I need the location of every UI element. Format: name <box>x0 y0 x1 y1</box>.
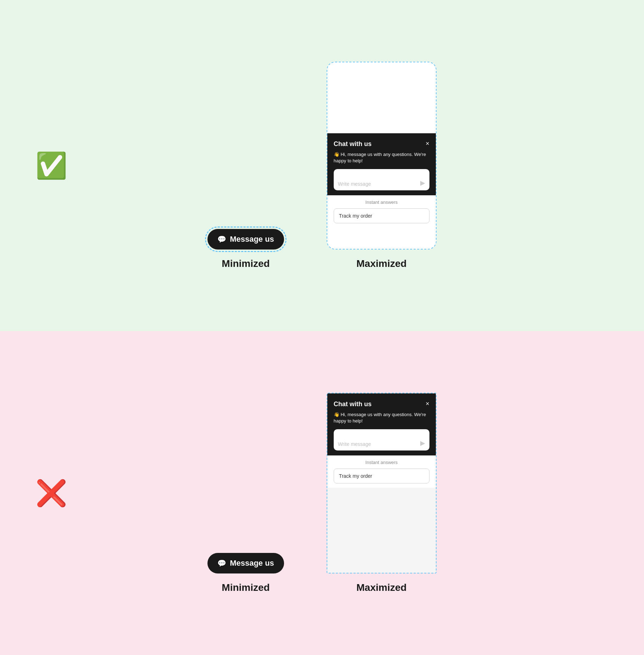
good-message-placeholder: Write message <box>338 181 420 187</box>
good-chat-widget: Chat with us × 👋 Hi, message us with any… <box>327 133 436 195</box>
good-minimized-button[interactable]: 💬 Message us <box>207 229 284 250</box>
bad-minimized-label: Minimized <box>222 582 270 593</box>
good-maximized-label: Maximized <box>356 258 407 269</box>
bad-phone-bottom <box>327 488 436 573</box>
good-minimized-variant: 💬 Message us Minimized <box>207 229 284 269</box>
good-send-button[interactable]: ▶ <box>420 179 425 187</box>
chat-icon: 💬 <box>217 235 226 243</box>
good-chat-title: Chat with us <box>334 140 372 148</box>
bad-send-button[interactable]: ▶ <box>420 439 425 447</box>
bad-chat-header: Chat with us × <box>334 401 429 408</box>
good-section: ✅ 💬 Message us Minimized Chat with us × <box>0 0 644 331</box>
bad-section: ❌ 💬 Message us Minimized Chat with us × … <box>0 331 644 655</box>
bad-chat-subtitle: 👋 Hi, message us with any questions. We'… <box>334 412 429 424</box>
bad-chat-title: Chat with us <box>334 401 372 408</box>
bad-maximized-label: Maximized <box>356 582 407 593</box>
good-track-order-button[interactable]: Track my order <box>334 208 429 223</box>
bad-chat-widget: Chat with us × 👋 Hi, message us with any… <box>327 393 436 455</box>
bad-message-placeholder: Write message <box>338 441 420 447</box>
good-chat-header: Chat with us × <box>334 140 429 148</box>
good-instant-answers-label: Instant answers <box>334 200 429 205</box>
bad-minimized-button[interactable]: 💬 Message us <box>207 553 284 573</box>
bad-message-input-area: Write message ▶ <box>334 429 429 450</box>
bad-chat-icon: 💬 <box>217 559 226 567</box>
good-maximized-variant: Chat with us × 👋 Hi, message us with any… <box>327 62 437 269</box>
bad-phone-frame: Chat with us × 👋 Hi, message us with any… <box>327 393 437 573</box>
good-chat-subtitle: 👋 Hi, message us with any questions. We'… <box>334 151 429 164</box>
good-section-content: 💬 Message us Minimized Chat with us × 👋 … <box>207 62 437 269</box>
bad-status-icon: ❌ <box>35 480 67 506</box>
bad-chat-body: Instant answers Track my order <box>327 455 436 488</box>
bad-section-content: 💬 Message us Minimized Chat with us × 👋 … <box>207 393 437 593</box>
bad-track-order-button[interactable]: Track my order <box>334 469 429 483</box>
good-minimized-label: Minimized <box>222 258 270 269</box>
good-status-icon: ✅ <box>35 153 67 178</box>
bad-maximized-variant: Chat with us × 👋 Hi, message us with any… <box>327 393 437 593</box>
bad-minimized-button-label: Message us <box>230 559 274 568</box>
bad-minimized-variant: 💬 Message us Minimized <box>207 553 284 593</box>
good-minimized-button-label: Message us <box>230 235 274 244</box>
bad-instant-answers-label: Instant answers <box>334 460 429 465</box>
good-phone-top <box>327 62 436 133</box>
good-chat-close-button[interactable]: × <box>426 140 429 147</box>
good-chat-body: Instant answers Track my order <box>327 195 436 228</box>
good-message-input-area: Write message ▶ <box>334 169 429 190</box>
good-phone-frame: Chat with us × 👋 Hi, message us with any… <box>327 62 437 250</box>
bad-chat-close-button[interactable]: × <box>426 401 429 407</box>
good-phone-bottom <box>327 228 436 249</box>
